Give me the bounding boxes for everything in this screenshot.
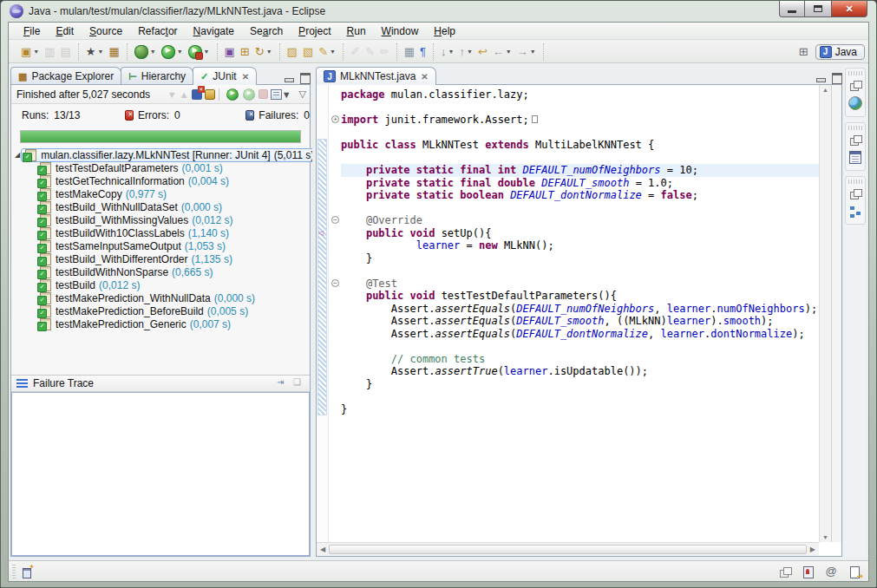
tab-close-icon[interactable]: ✕ [242, 72, 249, 82]
debug-button[interactable]: ▼ [134, 43, 157, 61]
code-line[interactable] [341, 202, 819, 215]
code-line[interactable]: private static final int DEFAULT_numOfNe… [341, 164, 819, 177]
menu-navigate[interactable]: Navigate [186, 23, 242, 39]
hscroll-thumb[interactable] [329, 545, 807, 554]
restore-view-icon[interactable] [848, 133, 863, 148]
code-line[interactable]: @Test [341, 278, 819, 291]
maximize-button[interactable] [805, 1, 831, 17]
progress-icon[interactable] [801, 565, 815, 578]
code-line[interactable]: @Override [341, 214, 819, 227]
menu-file[interactable]: File [16, 23, 48, 39]
open-folder-button[interactable]: ▨ [286, 43, 298, 61]
code-line[interactable]: } [341, 403, 819, 416]
external-tools-button[interactable]: ★▼ [85, 43, 105, 61]
test-row[interactable]: testSameInputSameOutput(1,053 s) [11, 239, 310, 252]
test-suite-row[interactable]: ◢mulan.classifier.lazy.MLkNNTest [Runner… [11, 148, 310, 161]
test-row[interactable]: testBuildWithNonSparse(0,665 s) [11, 265, 310, 278]
at-icon[interactable]: @ [823, 565, 839, 578]
editor-minimize-icon[interactable] [815, 71, 827, 82]
editor-tab-mlknntest[interactable]: J MLkNNTest.java ✕ [316, 67, 436, 85]
skipped-only-button[interactable] [205, 89, 215, 100]
menu-source[interactable]: Source [82, 23, 130, 39]
dropdown-arrow-icon[interactable]: ▼ [33, 49, 39, 55]
test-row[interactable]: testBuild(0,012 s) [11, 278, 310, 291]
new-wizard-button[interactable]: ▣▼ [20, 43, 40, 61]
outline-view-icon[interactable] [849, 205, 862, 218]
code-line[interactable]: public void testTestDefaultParameters(){ [341, 290, 819, 303]
code-line[interactable] [341, 340, 819, 353]
failure-trace-content[interactable] [11, 392, 310, 556]
code-line[interactable]: Assert.assertEquals(DEFAULT_dontNormaliz… [341, 328, 819, 341]
code-line[interactable] [341, 152, 819, 165]
code-line[interactable]: // common tests [341, 353, 819, 366]
new-jar-button[interactable]: ▣ [224, 43, 236, 61]
code-line[interactable] [341, 390, 819, 403]
dropdown-arrow-icon[interactable]: ▼ [204, 49, 210, 55]
dropdown-arrow-icon[interactable]: ▼ [266, 49, 272, 55]
search-view-icon[interactable] [848, 96, 862, 110]
tab-hierarchy[interactable]: ⊢Hierarchy [121, 67, 193, 85]
code-line[interactable]: public class MLkNNTest extends MultiLabe… [341, 139, 819, 152]
test-row[interactable]: testTestDefaultParameters(0,001 s) [11, 161, 310, 174]
close-button[interactable]: ✕ [831, 1, 867, 17]
last-edit-button[interactable]: ↩ [477, 43, 488, 61]
code-line[interactable]: import junit.framework.Assert; [341, 114, 819, 127]
open-perspective-button[interactable]: ⊞ [799, 45, 808, 58]
forward-button[interactable]: →▼ [516, 43, 537, 61]
menu-window[interactable]: Window [374, 23, 427, 39]
code-line[interactable]: } [341, 378, 819, 391]
code-line[interactable]: Assert.assertEquals(DEFAULT_numOfNeighbo… [341, 303, 819, 316]
open-type-button[interactable]: ▦ [108, 43, 120, 61]
scroll-left-icon[interactable]: ◀ [320, 546, 325, 553]
new-junit-button[interactable]: ⊞ [239, 43, 251, 61]
menu-help[interactable]: Help [426, 23, 463, 39]
drag-handle[interactable] [848, 126, 862, 130]
code-line[interactable]: Assert.assertEquals(DEFAULT_smooth, ((ML… [341, 315, 819, 328]
run-button[interactable]: ▼ [160, 43, 184, 61]
test-row[interactable]: testMakePrediction_BeforeBuild(0,005 s) [11, 304, 310, 317]
back-button[interactable]: ←▼ [492, 43, 513, 61]
test-row[interactable]: testGetTechnicalInformation(0,004 s) [11, 174, 310, 187]
open-resource-button[interactable]: ▧ [302, 43, 314, 61]
code-line[interactable] [341, 265, 819, 278]
drag-handle[interactable] [848, 180, 862, 184]
code-line[interactable] [341, 101, 819, 114]
launch-icon[interactable] [848, 565, 861, 578]
menu-run[interactable]: Run [339, 23, 374, 39]
vertical-scrollbar[interactable]: ▲ ▼ [819, 85, 831, 542]
prev-annotation-button[interactable]: ↑▼ [458, 43, 473, 61]
test-row[interactable]: testMakeCopy(0,977 s) [11, 187, 310, 200]
java-perspective-button[interactable]: JJava [815, 44, 865, 60]
menu-refactor[interactable]: Refactor [130, 23, 185, 39]
windows-icon[interactable] [778, 565, 792, 578]
run-last-button[interactable]: ▼ [187, 43, 211, 61]
test-row[interactable]: testBuild_WithDifferentOrder(1,135 s) [11, 252, 310, 265]
dropdown-arrow-icon[interactable]: ▼ [150, 49, 156, 55]
restore-view-icon[interactable] [848, 78, 863, 94]
code-line[interactable]: Assert.assertTrue(learner.isUpdatable())… [341, 365, 819, 378]
console-view-icon[interactable] [849, 151, 861, 164]
minimize-button[interactable] [779, 1, 805, 17]
dropdown-arrow-icon[interactable]: ▼ [177, 49, 183, 55]
dropdown-arrow-icon[interactable]: ▼ [97, 49, 103, 55]
panel-maximize-icon[interactable] [298, 71, 311, 82]
menu-project[interactable]: Project [291, 23, 338, 39]
refresh-button[interactable]: ↻▼ [254, 43, 273, 61]
show-paragraph-button[interactable]: ¶ [419, 43, 427, 61]
show-whitespace-button[interactable]: ▦ [403, 43, 416, 61]
test-row[interactable]: testBuildWith10ClassLabels(1,140 s) [11, 226, 310, 239]
editor-maximize-icon[interactable] [830, 71, 842, 82]
code-line[interactable] [341, 127, 819, 140]
dropdown-arrow-icon[interactable]: ▼ [448, 49, 455, 55]
history-button[interactable] [271, 89, 282, 100]
restore-view-icon[interactable] [848, 186, 863, 202]
menu-search[interactable]: Search [242, 23, 291, 39]
rerun-test-button[interactable] [226, 88, 239, 101]
tab-close-icon[interactable]: ✕ [421, 72, 428, 82]
fold-expand-icon[interactable]: + [331, 115, 339, 123]
scroll-up-icon[interactable]: ▲ [822, 87, 828, 93]
collapsed-region-icon[interactable] [532, 115, 538, 123]
dropdown-arrow-icon[interactable]: ▼ [467, 49, 473, 55]
fast-view-icon[interactable] [21, 565, 35, 578]
fold-collapse-icon[interactable]: − [331, 216, 339, 224]
